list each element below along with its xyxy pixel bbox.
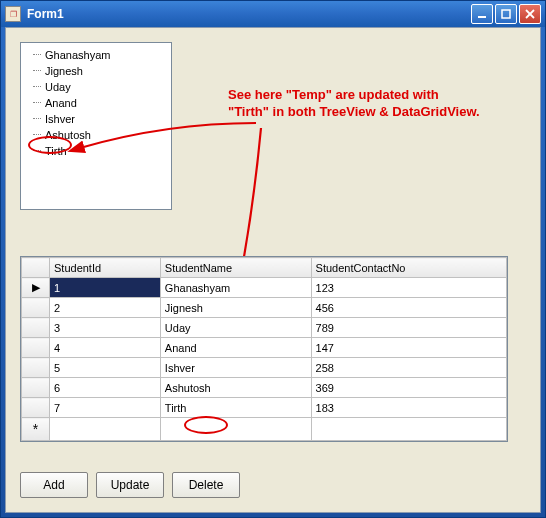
grid-cell-id[interactable]: 4 — [50, 338, 161, 358]
grid-row-indicator: ▶ — [22, 278, 50, 298]
grid-col-studentcontactno[interactable]: StudentContactNo — [311, 258, 506, 278]
grid-row[interactable]: 3 Uday 789 — [22, 318, 507, 338]
grid-cell-id[interactable]: 6 — [50, 378, 161, 398]
grid-new-row-indicator: * — [22, 418, 50, 441]
delete-button[interactable]: Delete — [172, 472, 240, 498]
grid-row[interactable]: 4 Anand 147 — [22, 338, 507, 358]
grid-cell-id[interactable]: 2 — [50, 298, 161, 318]
grid-cell-contact[interactable]: 369 — [311, 378, 506, 398]
datagridview[interactable]: StudentId StudentName StudentContactNo ▶… — [20, 256, 508, 442]
grid-cell-empty[interactable] — [160, 418, 311, 441]
grid-cell-contact[interactable]: 258 — [311, 358, 506, 378]
grid-col-studentid[interactable]: StudentId — [50, 258, 161, 278]
grid-cell-name[interactable]: Ishver — [160, 358, 311, 378]
grid-cell-name[interactable]: Uday — [160, 318, 311, 338]
grid-cell-name[interactable]: Jignesh — [160, 298, 311, 318]
grid-cell-name[interactable]: Ghanashyam — [160, 278, 311, 298]
grid-cell-contact[interactable]: 147 — [311, 338, 506, 358]
grid-cell-name[interactable]: Anand — [160, 338, 311, 358]
maximize-icon — [501, 9, 511, 19]
grid-row-header — [22, 378, 50, 398]
grid-row[interactable]: 7 Tirth 183 — [22, 398, 507, 418]
treeview-item[interactable]: Ishver — [23, 111, 169, 127]
update-button[interactable]: Update — [96, 472, 164, 498]
treeview-item[interactable]: Anand — [23, 95, 169, 111]
grid-cell-id[interactable]: 3 — [50, 318, 161, 338]
grid-corner[interactable] — [22, 258, 50, 278]
minimize-icon — [477, 9, 487, 19]
treeview-item[interactable]: Ashutosh — [23, 127, 169, 143]
window-title: Form1 — [27, 7, 471, 21]
minimize-button[interactable] — [471, 4, 493, 24]
close-button[interactable] — [519, 4, 541, 24]
grid-header-row: StudentId StudentName StudentContactNo — [22, 258, 507, 278]
app-icon: ❐ — [5, 6, 21, 22]
treeview-item[interactable]: Uday — [23, 79, 169, 95]
add-button[interactable]: Add — [20, 472, 88, 498]
client-area: Ghanashyam Jignesh Uday Anand Ishver Ash… — [5, 27, 541, 513]
annotation-line2: "Tirth" in both TreeView & DataGridView. — [228, 104, 480, 119]
grid-row[interactable]: 2 Jignesh 456 — [22, 298, 507, 318]
window-frame: ❐ Form1 Ghanashyam Jignesh Uday Anand Is… — [0, 0, 546, 518]
grid-cell-name[interactable]: Tirth — [160, 398, 311, 418]
grid-row-header — [22, 358, 50, 378]
treeview-item[interactable]: Ghanashyam — [23, 47, 169, 63]
grid-cell-id[interactable]: 5 — [50, 358, 161, 378]
grid-cell-empty[interactable] — [311, 418, 506, 441]
annotation-text: See here "Temp" are updated with "Tirth"… — [228, 86, 508, 120]
grid-row-header — [22, 338, 50, 358]
treeview-item[interactable]: Jignesh — [23, 63, 169, 79]
grid-row[interactable]: ▶ 1 Ghanashyam 123 — [22, 278, 507, 298]
grid-cell-contact[interactable]: 456 — [311, 298, 506, 318]
close-icon — [525, 9, 535, 19]
grid-cell-contact[interactable]: 183 — [311, 398, 506, 418]
svg-rect-1 — [502, 10, 510, 18]
grid-col-studentname[interactable]: StudentName — [160, 258, 311, 278]
grid-cell-id[interactable]: 7 — [50, 398, 161, 418]
grid-row[interactable]: 6 Ashutosh 369 — [22, 378, 507, 398]
button-row: Add Update Delete — [20, 472, 240, 498]
titlebar[interactable]: ❐ Form1 — [1, 1, 545, 27]
grid-row-header — [22, 298, 50, 318]
grid-row-header — [22, 318, 50, 338]
grid-cell-contact[interactable]: 789 — [311, 318, 506, 338]
grid-row-header — [22, 398, 50, 418]
grid-new-row[interactable]: * — [22, 418, 507, 441]
grid-cell-name[interactable]: Ashutosh — [160, 378, 311, 398]
grid-row[interactable]: 5 Ishver 258 — [22, 358, 507, 378]
treeview[interactable]: Ghanashyam Jignesh Uday Anand Ishver Ash… — [20, 42, 172, 210]
maximize-button[interactable] — [495, 4, 517, 24]
grid-cell-empty[interactable] — [50, 418, 161, 441]
grid-cell-id[interactable]: 1 — [50, 278, 161, 298]
annotation-line1: See here "Temp" are updated with — [228, 87, 439, 102]
grid-cell-contact[interactable]: 123 — [311, 278, 506, 298]
treeview-item[interactable]: Tirth — [23, 143, 169, 159]
svg-rect-0 — [478, 16, 486, 18]
